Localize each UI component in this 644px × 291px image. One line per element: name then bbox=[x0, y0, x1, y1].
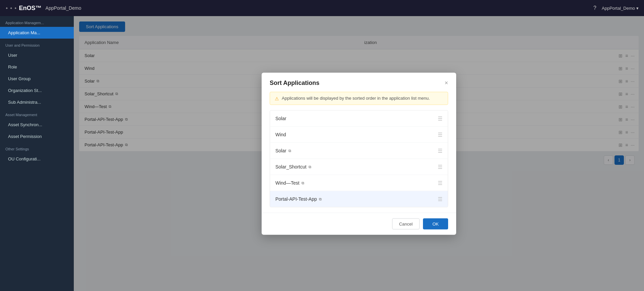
sort-item-name: Wind bbox=[275, 132, 286, 137]
main-content: Sort Applications Application Name izati… bbox=[74, 16, 644, 291]
modal-close-button[interactable]: × bbox=[444, 80, 448, 86]
ok-button[interactable]: OK bbox=[423, 218, 448, 229]
sidebar-section-asset-mgmt: Asset Management bbox=[0, 108, 74, 119]
drag-handle-icon[interactable]: ☰ bbox=[438, 115, 442, 122]
sidebar-item-sub-admin[interactable]: Sub Administra... bbox=[0, 96, 74, 108]
info-icon: ⚠ bbox=[275, 96, 279, 101]
sort-item-name: Solar bbox=[275, 148, 286, 153]
sort-item-name: Wind—Test bbox=[275, 180, 300, 186]
logo-area: ✦ ✦ ✦ EnOS™ bbox=[5, 5, 42, 12]
sort-item-label: Wind—Test ⧉ bbox=[275, 180, 304, 186]
ext-link-icon: ⧉ bbox=[288, 148, 291, 153]
topbar-left: ✦ ✦ ✦ EnOS™ AppPortal_Demo bbox=[5, 5, 81, 12]
sort-item-name: Portal-API-Test-App bbox=[275, 196, 317, 202]
sort-list[interactable]: Solar ☰ Wind ☰ Solar ⧉ ☰ Solar_Shortcut … bbox=[270, 110, 448, 207]
sort-list-item[interactable]: Portal-API-Test-App ⧉ ☰ bbox=[270, 191, 448, 207]
sort-item-label: Portal-API-Test-App ⧉ bbox=[275, 196, 322, 202]
ext-link-icon: ⧉ bbox=[302, 181, 304, 185]
drag-handle-icon[interactable]: ☰ bbox=[438, 163, 442, 170]
sidebar: Application Managem... Application Ma...… bbox=[0, 16, 74, 291]
chevron-down-icon: ▾ bbox=[636, 6, 639, 11]
topbar-right: ? AppPortal_Demo ▾ bbox=[593, 5, 639, 11]
sidebar-section-user-perm: User and Permission bbox=[0, 39, 74, 49]
drag-handle-icon[interactable]: ☰ bbox=[438, 147, 442, 154]
ext-link-icon: ⧉ bbox=[309, 164, 311, 169]
drag-handle-icon[interactable]: ☰ bbox=[438, 180, 442, 186]
info-text: Applications will be displayed by the so… bbox=[282, 95, 430, 100]
drag-handle-icon[interactable]: ☰ bbox=[438, 196, 442, 202]
sidebar-item-user-group[interactable]: User Group bbox=[0, 73, 74, 85]
sidebar-item-role[interactable]: Role bbox=[0, 61, 74, 73]
sort-applications-modal: Sort Applications × ⚠ Applications will … bbox=[262, 72, 456, 235]
help-icon[interactable]: ? bbox=[593, 5, 596, 11]
sort-item-label: Solar ⧉ bbox=[275, 148, 291, 153]
sidebar-item-asset-perm[interactable]: Asset Permission bbox=[0, 131, 74, 142]
logo-text: EnOS™ bbox=[19, 5, 42, 12]
sidebar-item-app-mgmt[interactable]: Application Ma... bbox=[0, 27, 74, 39]
sidebar-item-user[interactable]: User bbox=[0, 49, 74, 61]
sidebar-item-asset-sync[interactable]: Asset Synchron... bbox=[0, 119, 74, 131]
modal-header: Sort Applications × bbox=[262, 72, 456, 92]
sidebar-item-org-st[interactable]: Organization St... bbox=[0, 85, 74, 96]
sort-item-name: Solar_Shortcut bbox=[275, 164, 307, 169]
sort-item-label: Wind bbox=[275, 132, 286, 137]
layout: Application Managem... Application Ma...… bbox=[0, 16, 644, 291]
sort-list-item[interactable]: Wind—Test ⧉ ☰ bbox=[270, 175, 448, 191]
info-banner: ⚠ Applications will be displayed by the … bbox=[270, 92, 448, 105]
sort-item-label: Solar bbox=[275, 116, 286, 121]
drag-handle-icon[interactable]: ☰ bbox=[438, 131, 442, 138]
sort-list-item[interactable]: Wind ☰ bbox=[270, 127, 448, 143]
modal-title: Sort Applications bbox=[270, 79, 319, 86]
sidebar-section-app-mgmt: Application Managem... bbox=[0, 16, 74, 27]
topbar: ✦ ✦ ✦ EnOS™ AppPortal_Demo ? AppPortal_D… bbox=[0, 0, 644, 16]
user-label: AppPortal_Demo bbox=[602, 6, 635, 11]
ext-link-icon: ⧉ bbox=[319, 197, 322, 201]
sort-list-item[interactable]: Solar ☰ bbox=[270, 110, 448, 127]
sort-list-item[interactable]: Solar_Shortcut ⧉ ☰ bbox=[270, 159, 448, 175]
modal-footer: Cancel OK bbox=[262, 212, 456, 235]
sort-list-item[interactable]: Solar ⧉ ☰ bbox=[270, 143, 448, 159]
sort-item-name: Solar bbox=[275, 116, 286, 121]
sidebar-item-ou-config[interactable]: OU Configurati... bbox=[0, 153, 74, 165]
app-title: AppPortal_Demo bbox=[46, 5, 82, 11]
cancel-button[interactable]: Cancel bbox=[392, 218, 420, 229]
modal-body: ⚠ Applications will be displayed by the … bbox=[262, 92, 456, 212]
logo-dots-icon: ✦ ✦ ✦ bbox=[5, 6, 17, 10]
user-dropdown[interactable]: AppPortal_Demo ▾ bbox=[602, 6, 639, 11]
sidebar-section-other: Other Settings bbox=[0, 142, 74, 153]
sort-item-label: Solar_Shortcut ⧉ bbox=[275, 164, 311, 169]
modal-sort-list-body: Solar ☰ Wind ☰ Solar ⧉ ☰ Solar_Shortcut … bbox=[270, 110, 448, 207]
